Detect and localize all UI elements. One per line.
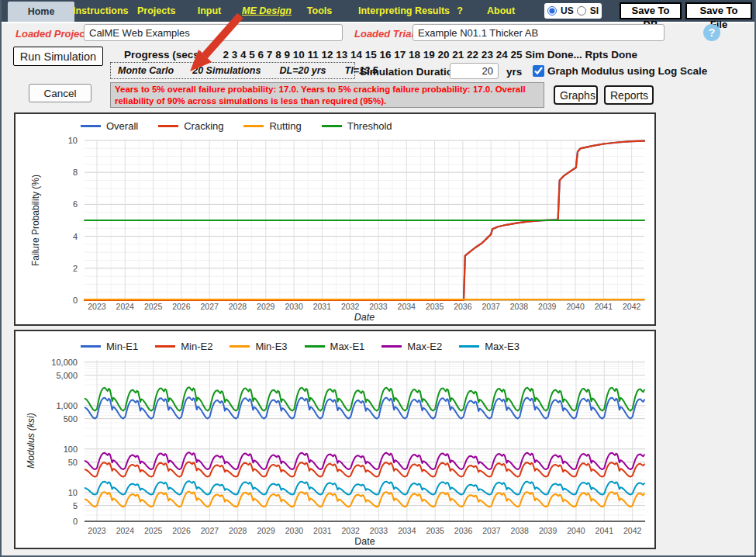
design-life: DL=20 yrs: [279, 65, 326, 76]
threshold-swatch: [322, 125, 342, 127]
tab-me-design[interactable]: ME Design: [242, 0, 285, 22]
failure-chart-legend: Overall Cracking Rutting Threshold: [81, 120, 392, 132]
cracking-swatch: [158, 125, 178, 127]
svg-text:2030: 2030: [285, 302, 303, 311]
save-to-file-button[interactable]: Save To File: [685, 2, 752, 19]
svg-text:2032: 2032: [341, 526, 360, 535]
svg-text:2038: 2038: [511, 526, 530, 535]
tab-instructions[interactable]: Instructions: [73, 0, 113, 22]
save-to-db-button[interactable]: Save To DB: [620, 2, 682, 19]
svg-text:Modulus (ksi): Modulus (ksi): [26, 413, 36, 468]
svg-text:2039: 2039: [538, 302, 557, 311]
svg-text:2041: 2041: [595, 526, 614, 535]
legend-label: Threshold: [347, 120, 392, 132]
loaded-project-input[interactable]: [84, 24, 343, 41]
top-nav-bar: Home Instructions Projects Input ME Desi…: [2, 0, 756, 23]
legend-item-max-e2: Max-E2: [381, 341, 442, 352]
tab-home[interactable]: Home: [8, 2, 74, 22]
log-scale-checkbox[interactable]: [533, 65, 544, 77]
rutting-swatch: [243, 125, 264, 127]
si-radio[interactable]: [577, 6, 586, 16]
svg-text:2037: 2037: [482, 526, 501, 535]
svg-text:2027: 2027: [200, 302, 219, 311]
min-e1-swatch: [81, 345, 101, 348]
legend-label: Max-E3: [485, 341, 520, 352]
tab-input[interactable]: Input: [195, 0, 223, 22]
svg-text:2023: 2023: [88, 302, 106, 311]
svg-text:8: 8: [73, 168, 78, 177]
loaded-project-label: Loaded Project:: [16, 28, 91, 40]
svg-text:2033: 2033: [370, 526, 388, 535]
tab-interpreting-results[interactable]: Interpreting Results: [358, 0, 436, 22]
simulations-count: 20 Simulations: [192, 65, 261, 76]
help-icon[interactable]: ?: [703, 24, 720, 41]
legend-item-overall: Overall: [81, 120, 138, 132]
modulus-chart-legend: Min-E1 Min-E2 Min-E3 Max-E1 Max-E2 Max-E…: [81, 341, 520, 352]
calme-app-window: { "nav": { "items": [ {"label": "Home", …: [0, 0, 756, 557]
min-e2-swatch: [155, 345, 175, 348]
svg-text:2033: 2033: [369, 302, 388, 311]
svg-text:2031: 2031: [313, 302, 332, 311]
svg-text:2029: 2029: [257, 526, 275, 535]
svg-text:100: 100: [64, 445, 78, 454]
cancel-button[interactable]: Cancel: [29, 84, 91, 102]
run-simulation-button[interactable]: Run Simulation: [13, 47, 103, 66]
legend-item-min-e2: Min-E2: [155, 341, 212, 352]
svg-text:2031: 2031: [313, 526, 332, 535]
legend-item-min-e3: Min-E3: [230, 341, 287, 352]
max-e3-swatch: [459, 345, 479, 348]
max-e2-swatch: [381, 345, 402, 348]
svg-text:4: 4: [73, 232, 78, 241]
svg-text:2032: 2032: [341, 302, 360, 311]
tab-help[interactable]: ?: [454, 0, 466, 22]
legend-label: Min-E3: [255, 341, 287, 352]
svg-text:2024: 2024: [116, 302, 135, 311]
legend-label: Rutting: [269, 120, 301, 132]
graphs-button[interactable]: Graphs: [554, 85, 598, 105]
svg-text:2034: 2034: [398, 302, 416, 311]
legend-label: Cracking: [184, 120, 223, 132]
svg-text:2038: 2038: [510, 302, 529, 311]
reports-button[interactable]: Reports: [604, 85, 654, 105]
min-e3-swatch: [230, 345, 250, 348]
tab-projects[interactable]: Projects: [137, 0, 171, 22]
legend-item-threshold: Threshold: [322, 120, 392, 132]
us-radio-label: US: [561, 5, 574, 16]
simulation-duration-input[interactable]: [450, 63, 499, 79]
progress-label: Progress (secs): [124, 49, 202, 61]
progress-status: Progress (secs) 2 3 4 5 6 7 8 9 10 11 12…: [124, 49, 637, 61]
overall-swatch: [81, 125, 101, 127]
tab-tools[interactable]: Tools: [306, 0, 333, 22]
svg-text:2028: 2028: [229, 526, 247, 535]
reliability-warning: Years to 5% overall failure probability:…: [110, 82, 544, 108]
svg-text:2040: 2040: [566, 302, 585, 311]
svg-text:2035: 2035: [426, 526, 445, 535]
failure-probability-plot: 0246810202320242025202620272028202920302…: [16, 114, 654, 324]
svg-text:5,000: 5,000: [56, 371, 78, 380]
us-radio[interactable]: [547, 6, 557, 16]
loaded-trial-input[interactable]: [413, 24, 665, 41]
si-radio-label: SI: [590, 5, 599, 16]
legend-item-max-e3: Max-E3: [459, 341, 520, 352]
svg-text:2026: 2026: [172, 526, 191, 535]
svg-text:2030: 2030: [285, 526, 304, 535]
svg-text:Date: Date: [354, 536, 375, 547]
svg-text:2026: 2026: [172, 302, 191, 311]
svg-text:500: 500: [64, 414, 78, 424]
legend-label: Min-E2: [181, 341, 212, 352]
legend-label: Max-E1: [330, 341, 365, 352]
svg-text:2025: 2025: [144, 302, 163, 311]
max-e1-swatch: [305, 345, 325, 348]
svg-text:2036: 2036: [454, 302, 472, 311]
svg-text:2042: 2042: [623, 302, 641, 311]
svg-text:2042: 2042: [623, 526, 642, 535]
svg-text:2039: 2039: [539, 526, 558, 535]
legend-label: Max-E2: [407, 341, 442, 352]
svg-text:2035: 2035: [426, 302, 444, 311]
units-toggle: US SI: [544, 3, 602, 19]
tab-about[interactable]: About: [487, 0, 515, 22]
svg-text:50: 50: [68, 458, 78, 467]
svg-text:2037: 2037: [482, 302, 500, 311]
svg-text:2041: 2041: [595, 302, 613, 311]
svg-text:10: 10: [68, 488, 78, 497]
